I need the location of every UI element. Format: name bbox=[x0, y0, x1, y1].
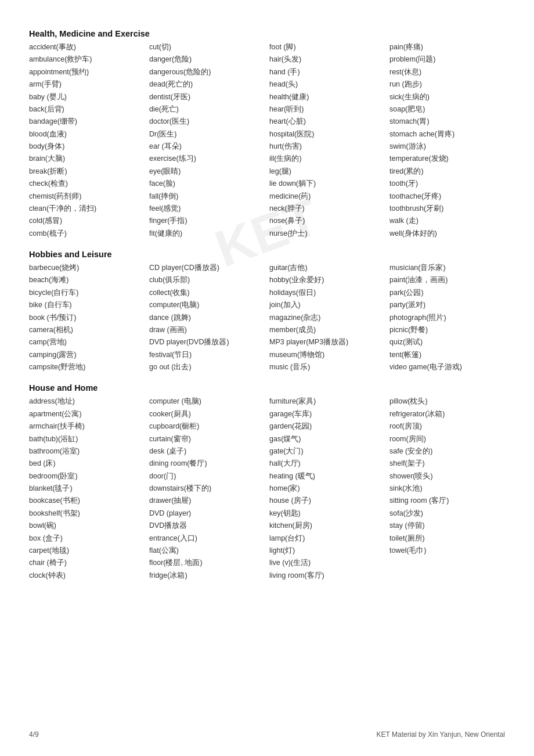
word-item: cupboard(橱柜) bbox=[149, 421, 265, 432]
word-item: bandage(绷带) bbox=[29, 116, 145, 127]
word-item: drawer(抽屉) bbox=[149, 495, 265, 506]
word-item: clean(干净的，清扫) bbox=[29, 203, 145, 214]
word-item: beach(海滩) bbox=[29, 275, 145, 286]
word-item: bath(tub)(浴缸) bbox=[29, 434, 145, 445]
word-item: chemist(药剂师) bbox=[29, 191, 145, 202]
word-item: festival(节日) bbox=[149, 350, 265, 361]
word-item: paint(油漆，画画) bbox=[389, 275, 505, 286]
word-item: camp(营地) bbox=[29, 337, 145, 348]
word-item: garden(花园) bbox=[269, 421, 385, 432]
word-item: dining room(餐厅) bbox=[149, 458, 265, 469]
word-item: draw (画画) bbox=[149, 325, 265, 336]
word-item: temperature(发烧) bbox=[389, 153, 505, 164]
word-item: medicine(药) bbox=[269, 191, 385, 202]
section-title: Hobbies and Leisure bbox=[29, 250, 505, 259]
word-item: apartment(公寓) bbox=[29, 409, 145, 420]
word-item: towel(毛巾) bbox=[389, 545, 505, 556]
word-item: club(俱乐部) bbox=[149, 275, 265, 286]
word-item: baby (婴儿) bbox=[29, 92, 145, 103]
word-item: house (房子) bbox=[269, 495, 385, 506]
word-item: foot (脚) bbox=[269, 42, 385, 53]
word-item: nose(鼻子) bbox=[269, 215, 385, 226]
word-item: bed (床) bbox=[29, 458, 145, 469]
word-item: doctor(医生) bbox=[149, 116, 265, 127]
word-item: break(折断) bbox=[29, 166, 145, 177]
word-item: hospital(医院) bbox=[269, 129, 385, 140]
word-item: musician(音乐家) bbox=[389, 262, 505, 273]
word-item: leg(腿) bbox=[269, 166, 385, 177]
word-item: photograph(照片) bbox=[389, 312, 505, 323]
word-item: sofa(沙发) bbox=[389, 508, 505, 519]
word-item: collect(收集) bbox=[149, 287, 265, 298]
word-item: live (v)(生活) bbox=[269, 557, 385, 568]
word-item: sitting room (客厅) bbox=[389, 495, 505, 506]
word-item: run (跑步) bbox=[389, 79, 505, 90]
word-item: picnic(野餐) bbox=[389, 325, 505, 336]
word-item: member(成员) bbox=[269, 325, 385, 336]
word-item: sink(水池) bbox=[389, 483, 505, 494]
word-item: quiz(测试) bbox=[389, 337, 505, 348]
word-item: well(身体好的) bbox=[389, 228, 505, 239]
word-item: clock(钟表) bbox=[29, 570, 145, 581]
word-item: finger(手指) bbox=[149, 215, 265, 226]
word-item: toothbrush(牙刷) bbox=[389, 203, 505, 214]
word-item: door(门) bbox=[149, 471, 265, 482]
word-item: cooker(厨具) bbox=[149, 409, 265, 420]
word-item: fridge(冰箱) bbox=[149, 570, 265, 581]
page-number: 4/9 bbox=[29, 730, 39, 739]
word-item: nurse(护士) bbox=[269, 228, 385, 239]
word-item: chair (椅子) bbox=[29, 557, 145, 568]
word-item: walk (走) bbox=[389, 215, 505, 226]
word-item: bookshelf(书架) bbox=[29, 508, 145, 519]
word-item: sick(生病的) bbox=[389, 92, 505, 103]
word-item: appointment(预约) bbox=[29, 67, 145, 78]
word-item: rest(休息) bbox=[389, 67, 505, 78]
word-item: DVD (player) bbox=[149, 508, 265, 519]
word-item: kitchen(厨房) bbox=[269, 520, 385, 531]
word-item: check(检查) bbox=[29, 178, 145, 189]
word-item: accident(事故) bbox=[29, 42, 145, 53]
main-content: Health, Medicine and Exerciseaccident(事故… bbox=[29, 29, 505, 581]
word-item: DVD player(DVD播放器) bbox=[149, 337, 265, 348]
word-item: ill(生病的) bbox=[269, 153, 385, 164]
word-item: fall(摔倒) bbox=[149, 191, 265, 202]
word-item: back(后背) bbox=[29, 104, 145, 115]
word-item: video game(电子游戏) bbox=[389, 362, 505, 373]
word-item: lamp(台灯) bbox=[269, 533, 385, 544]
word-item: brain(大脑) bbox=[29, 153, 145, 164]
word-item: curtain(窗帘) bbox=[149, 434, 265, 445]
word-item: furniture(家具) bbox=[269, 396, 385, 407]
section-title: Health, Medicine and Exercise bbox=[29, 29, 505, 38]
word-item: Dr(医生) bbox=[149, 129, 265, 140]
word-item: swim(游泳) bbox=[389, 141, 505, 152]
word-item: bowl(碗) bbox=[29, 520, 145, 531]
word-item: DVD播放器 bbox=[149, 520, 265, 531]
word-item: home(家) bbox=[269, 483, 385, 494]
word-item: address(地址) bbox=[29, 396, 145, 407]
word-item: computer(电脑) bbox=[149, 300, 265, 311]
word-item: holidays(假日) bbox=[269, 287, 385, 298]
word-item: desk (桌子) bbox=[149, 446, 265, 457]
word-item: floor(楼层, 地面) bbox=[149, 557, 265, 568]
word-item: light(灯) bbox=[269, 545, 385, 556]
word-item: party(派对) bbox=[389, 300, 505, 311]
word-item: cold(感冒) bbox=[29, 215, 145, 226]
word-grid: barbecue(烧烤)CD player(CD播放器)guitar(吉他)mu… bbox=[29, 262, 505, 373]
word-item: bicycle(自行车) bbox=[29, 287, 145, 298]
word-item: shelf(架子) bbox=[389, 458, 505, 469]
word-item: camping(露营) bbox=[29, 350, 145, 361]
word-item: cut(切) bbox=[149, 42, 265, 53]
word-item: bookcase(书柜) bbox=[29, 495, 145, 506]
word-item: ambulance(救护车) bbox=[29, 54, 145, 65]
word-item: roof(房顶) bbox=[389, 421, 505, 432]
word-item: bike (自行车) bbox=[29, 300, 145, 311]
word-item: book (书/预订) bbox=[29, 312, 145, 323]
word-item: pain(疼痛) bbox=[389, 42, 505, 53]
word-item: dangerous(危险的) bbox=[149, 67, 265, 78]
word-grid: address(地址)computer (电脑)furniture(家具)pil… bbox=[29, 396, 505, 581]
word-item: music (音乐) bbox=[269, 362, 385, 373]
word-item: gas(煤气) bbox=[269, 434, 385, 445]
word-item: garage(车库) bbox=[269, 409, 385, 420]
word-item: downstairs(楼下的) bbox=[149, 483, 265, 494]
word-item: arm(手臂) bbox=[29, 79, 145, 90]
